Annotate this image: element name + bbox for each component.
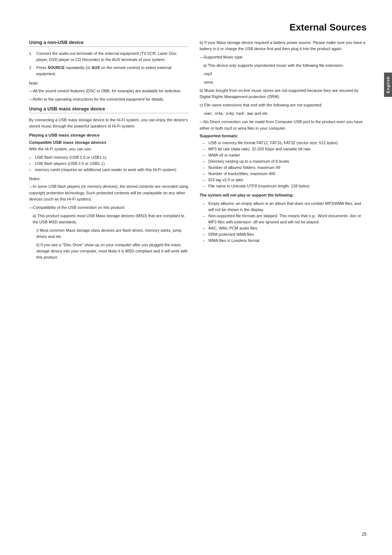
notes-line-0: —In some USB flash players (or memory de… (29, 183, 189, 202)
section-title-non-usb: Using a non-USB device (29, 40, 189, 47)
music-ext-mp3: .mp3 (200, 71, 367, 77)
music-type-a: a) This device only supports unprotected… (200, 62, 367, 69)
note-label: Note: (29, 80, 189, 86)
notes-line-2: a) This product supports most USB Mass s… (29, 213, 189, 225)
page: English External Sources Using a non-USB… (0, 0, 392, 555)
two-column-layout: Using a non-USB device 1 Connect the aud… (29, 40, 367, 264)
format-5: Number of tracks/titles: maximum 400 (200, 171, 367, 177)
formats-title: Supported formats: (200, 134, 367, 138)
not-play-label: The system will not play or support the … (200, 192, 367, 198)
page-number: 25 (362, 532, 367, 537)
format-0: USB or memory file format FAT12, FAT16, … (200, 140, 367, 146)
notes-line-4: ii) If you see a "Disc Drive" show up on… (29, 242, 189, 260)
english-tab: English (384, 73, 392, 97)
notes-line-3: i) Most common Mass storage class device… (29, 227, 189, 240)
subsection-title-2: Compatible USB mass storage devices (29, 140, 189, 145)
format-1: MP3 bit rate (data rate): 32-320 Kbps an… (200, 146, 367, 152)
notes-block: Notes: —In some USB flash players (or me… (29, 176, 189, 260)
format-2: WMA v9 or earlier (200, 152, 367, 158)
aux-bold: AUX (91, 65, 100, 70)
step-2-text: Press SOURCE repeatedly (or AUX on the r… (36, 65, 189, 77)
usb-bullet-2: memory cards (requires an additional car… (29, 167, 189, 173)
format-4: Number of albums/ folders: maximum 99 (200, 165, 367, 171)
step-2: 2 Press SOURCE repeatedly (or AUX on the… (29, 65, 189, 77)
music-type-c: c) File name extensions that end with th… (200, 102, 367, 108)
usb-bullet-0: USB flash memory (USB 2.0 or USB1.1) (29, 154, 189, 161)
subsection-header: Playing a USB mass storage device Compat… (29, 133, 189, 152)
section2-intro: By connecting a USB mass storage device … (29, 117, 189, 129)
not-play-label-text: The system will not play or support the … (200, 193, 294, 197)
step-1: 1 Connect the audio out terminals of the… (29, 50, 189, 62)
left-column: Using a non-USB device 1 Connect the aud… (29, 40, 189, 264)
step-2-num: 2 (29, 65, 34, 77)
not-play-list: Empty albums: an empty album is an album… (200, 200, 367, 244)
subsection-intro: With the Hi-Fi system, you can use: (29, 146, 189, 152)
subsection-title-1: Playing a USB mass storage device (29, 133, 189, 137)
usb-bullet-1: USB flash players (USB 2.0 or USB1.1) (29, 161, 189, 167)
note-block: Note: —All the sound control features (D… (29, 80, 189, 102)
not-play-1: Non-supported file formats are skipped. … (200, 213, 367, 225)
steps-list: 1 Connect the audio out terminals of the… (29, 50, 189, 77)
step-1-text: Connect the audio out terminals of the e… (36, 50, 189, 62)
formats-list: USB or memory file format FAT12, FAT16, … (200, 140, 367, 189)
notes-label: Notes: (29, 176, 189, 182)
music-ext-wma: .wma (200, 79, 367, 85)
note-line-2: —Refer to the operating instructions for… (29, 96, 189, 102)
not-play-4: WMA files in Lossless format (200, 238, 367, 244)
step-1-num: 1 (29, 50, 34, 62)
not-supported-ext: .wav; .m4a; .m4p; mp4; .aac and etc. (200, 110, 367, 117)
note-line-1: —All the sound control features (DSC or … (29, 88, 189, 94)
right-column: b) If your Mass storage device required … (200, 40, 367, 264)
section-title-usb: Using a USB mass storage device (29, 106, 189, 113)
not-play-2: AAC, WAV, PCM audio files (200, 225, 367, 231)
supported-music-label: —Supported Music type: (200, 54, 367, 60)
usb-bullets-list: USB flash memory (USB 2.0 or USB1.1) USB… (29, 154, 189, 173)
notes-line-1: —Compatibility of the USB connection on … (29, 204, 189, 211)
not-play-0: Empty albums: an empty album is an album… (200, 200, 367, 213)
battery-note: b) If your Mass storage device required … (200, 40, 367, 52)
page-title: External Sources (29, 22, 367, 33)
not-play-3: DRM protected WMA files (200, 231, 367, 238)
no-direct-connection: —No Direct connection can be made from C… (200, 119, 367, 131)
format-7: File name in Unicode UTF8 (maximum lengt… (200, 183, 367, 189)
format-6: ID3 tag v2.0 or later (200, 177, 367, 183)
format-3: Directory nesting up to a maximum of 8 l… (200, 158, 367, 165)
source-bold: SOURCE (48, 65, 65, 70)
music-type-b: b) Music bought from on-line music store… (200, 88, 367, 100)
